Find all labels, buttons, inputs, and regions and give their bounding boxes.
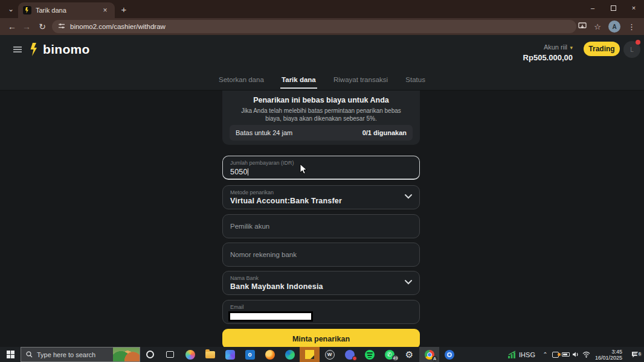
close-button[interactable]: × — [623, 0, 644, 16]
search-daily-image[interactable] — [113, 348, 140, 362]
maximize-button[interactable] — [603, 0, 623, 16]
edge-icon[interactable] — [280, 347, 300, 362]
amount-value: 5050 — [230, 168, 248, 176]
taskbar: Type here to search o W ✆49 ⚙ A IHSG ⌃ — [0, 347, 644, 362]
search-placeholder: Type here to search — [37, 351, 95, 358]
binomo-favicon-icon — [23, 6, 31, 14]
email-label: Email — [230, 304, 412, 310]
battery-icon[interactable] — [561, 352, 571, 357]
limit-row: Batas untuk 24 jam 0/1 digunakan — [230, 125, 413, 141]
account-caret-icon: ▾ — [570, 45, 573, 51]
account-switcher[interactable]: Akun riil ▾ Rp505.000,00 — [523, 41, 573, 62]
bank-label: Nama Bank — [230, 275, 412, 281]
wifi-icon[interactable] — [581, 351, 591, 358]
system-tray: IHSG ⌃ 3:45 16/01/2025 6 — [507, 347, 644, 362]
amount-label: Jumlah pembayaran (IDR) — [230, 160, 412, 166]
firefox-icon[interactable] — [260, 347, 280, 362]
tab-search-icon[interactable]: ⌄ — [5, 4, 17, 15]
tab-title: Tarik dana — [36, 7, 100, 14]
browser-menu-icon[interactable]: ⋮ — [628, 22, 636, 31]
file-explorer-icon[interactable] — [200, 347, 220, 362]
start-button[interactable] — [0, 347, 21, 362]
cortana-icon[interactable] — [140, 347, 160, 362]
account-holder-placeholder: Pemilik akun — [230, 218, 412, 234]
mouse-cursor — [300, 164, 308, 176]
stock-ticker-label[interactable]: IHSG — [519, 351, 535, 358]
email-field[interactable]: Email — [222, 300, 420, 324]
send-to-device-icon[interactable] — [578, 22, 587, 31]
site-settings-icon[interactable] — [58, 21, 65, 32]
volume-icon[interactable] — [571, 351, 581, 358]
bank-value: Bank Maybank Indonesia — [230, 282, 412, 291]
tab-setorkan-dana[interactable]: Setorkan dana — [217, 70, 265, 89]
tray-chevron-icon[interactable]: ⌃ — [540, 351, 550, 358]
settings-gear-icon[interactable]: ⚙ — [399, 347, 419, 362]
blue-utility-icon[interactable] — [439, 347, 459, 362]
teams-tray-icon[interactable] — [550, 352, 561, 358]
url-text: binomo2.com/cashier/withdraw — [70, 23, 166, 30]
browser-tabstrip: ⌄ Tarik dana × + – × — [0, 0, 644, 18]
method-value: Virtual Account:Bank Transfer — [230, 197, 412, 205]
limit-label: Batas untuk 24 jam — [236, 129, 292, 136]
request-withdrawal-button[interactable]: Minta penarikan — [222, 329, 420, 349]
copilot-icon[interactable] — [180, 347, 200, 362]
trading-button[interactable]: Trading — [584, 42, 620, 56]
tab-close-icon[interactable]: × — [100, 6, 110, 14]
task-view-icon[interactable] — [160, 347, 180, 362]
fee-info-subtitle: Jika Anda telah melebihi batas permintaa… — [233, 107, 409, 122]
minimize-button[interactable]: – — [582, 0, 603, 16]
windows-logo-icon — [7, 351, 14, 358]
fee-info-title: Penarikan ini bebas biaya untuk Anda — [222, 91, 420, 104]
limit-value: 0/1 digunakan — [362, 129, 407, 136]
logo-text: binomo — [43, 42, 90, 57]
account-balance: Rp505.000,00 — [523, 53, 573, 62]
whatsapp-icon[interactable]: ✆49 — [379, 347, 399, 362]
sticky-notes-icon[interactable] — [300, 347, 320, 362]
notification-center-icon[interactable]: 6 — [626, 351, 644, 358]
chrome-icon[interactable]: A — [419, 347, 439, 362]
clock-date: 16/01/2025 — [595, 355, 622, 361]
binomo-bolt-icon — [28, 42, 40, 57]
account-holder-input[interactable]: Pemilik akun — [222, 214, 420, 238]
bank-account-number-input[interactable]: Nomor rekening bank — [222, 243, 420, 267]
clock-time: 3:45 — [595, 349, 622, 355]
content-area: Penarikan ini bebas biaya untuk Anda Jik… — [0, 91, 644, 347]
notification-dot — [636, 40, 640, 45]
chevron-down-icon — [405, 280, 411, 286]
back-button[interactable]: ← — [6, 21, 18, 33]
reload-button[interactable]: ↻ — [36, 21, 48, 33]
amount-field[interactable]: Jumlah pembayaran (IDR) 5050 — [222, 156, 420, 180]
stock-chart-icon[interactable] — [507, 351, 517, 359]
browser-tab[interactable]: Tarik dana × — [18, 2, 115, 18]
binomo-logo[interactable]: binomo — [28, 42, 90, 57]
tab-status[interactable]: Status — [404, 70, 427, 89]
fee-info-card: Penarikan ini bebas biaya untuk Anda Jik… — [222, 91, 420, 145]
screen: ⌄ Tarik dana × + – × ← → ↻ binomo2.com/c… — [0, 0, 644, 362]
taskbar-search[interactable]: Type here to search — [21, 347, 140, 362]
outlook-icon[interactable]: o — [240, 347, 260, 362]
spotify-icon[interactable] — [359, 347, 379, 362]
chevron-down-icon — [405, 194, 411, 200]
browser-profile-avatar[interactable]: A — [608, 21, 620, 33]
hamburger-menu-icon[interactable] — [13, 46, 22, 52]
maximize-icon — [611, 5, 616, 11]
email-value-redacted — [228, 311, 313, 322]
search-icon — [26, 351, 33, 358]
photos-app-icon[interactable] — [220, 347, 240, 362]
taskbar-clock[interactable]: 3:45 16/01/2025 — [595, 349, 622, 361]
bank-select[interactable]: Nama Bank Bank Maybank Indonesia — [222, 271, 420, 295]
tab-riwayat-transaksi[interactable]: Riwayat transaksi — [332, 70, 389, 89]
account-type-label: Akun riil — [544, 43, 567, 51]
method-select[interactable]: Metode penarikan Virtual Account:Bank Tr… — [222, 185, 420, 209]
bookmark-star-icon[interactable]: ☆ — [594, 22, 601, 31]
w-app-icon[interactable]: W — [320, 347, 340, 362]
notification-badge: 6 — [637, 351, 643, 357]
tab-tarik-dana[interactable]: Tarik dana — [280, 70, 317, 89]
new-tab-button[interactable]: + — [118, 4, 129, 15]
window-controls: – × — [582, 0, 644, 16]
forward-button[interactable]: → — [21, 21, 33, 33]
address-bar[interactable]: binomo2.com/cashier/withdraw — [52, 20, 576, 33]
whatsapp-badge: 49 — [392, 355, 399, 361]
discord-icon[interactable] — [340, 347, 359, 362]
text-caret — [248, 168, 248, 176]
